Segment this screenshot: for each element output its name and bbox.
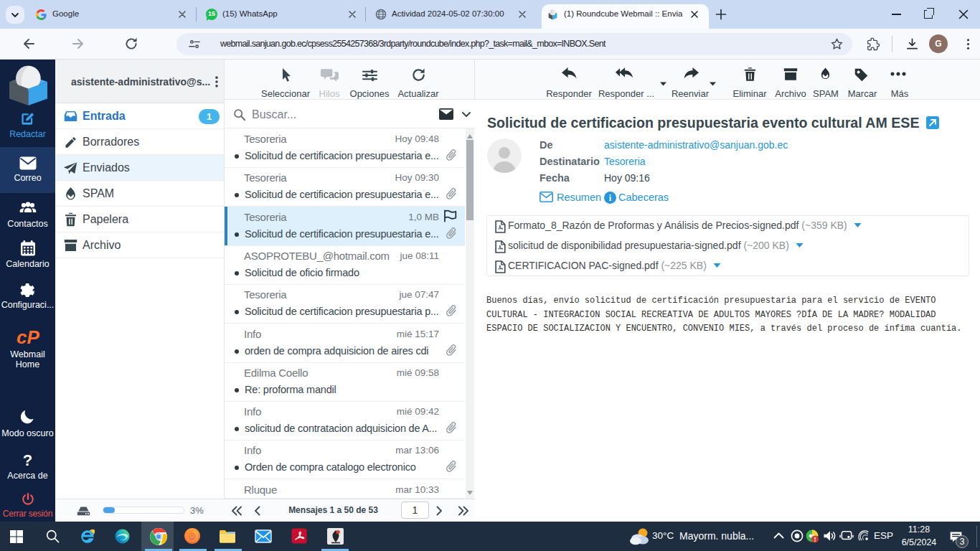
svg-text:cP: cP bbox=[17, 326, 39, 348]
